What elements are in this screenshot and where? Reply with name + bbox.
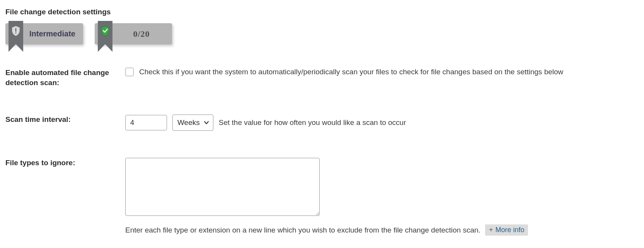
scan-interval-unit-value: Weeks bbox=[177, 118, 200, 127]
more-info-label: More info bbox=[495, 226, 524, 234]
plus-icon: + bbox=[489, 226, 493, 234]
svg-rect-1 bbox=[15, 32, 16, 34]
label-scan-interval: Scan time interval: bbox=[5, 115, 125, 158]
enable-scan-description: Check this if you want the system to aut… bbox=[139, 68, 563, 76]
badge-row: Intermediate 0/20 bbox=[5, 23, 639, 44]
ignore-types-textarea[interactable] bbox=[125, 158, 320, 216]
scan-interval-unit-select[interactable]: Weeks bbox=[172, 115, 213, 131]
row-enable-scan: Enable automated file change detection s… bbox=[5, 68, 639, 115]
more-info-button[interactable]: + More info bbox=[485, 224, 528, 236]
row-ignore-types: File types to ignore: Enter each file ty… bbox=[5, 158, 639, 239]
page-title: File change detection settings bbox=[5, 8, 639, 16]
row-scan-interval: Scan time interval: Weeks Set the value … bbox=[5, 115, 639, 158]
enable-scan-checkbox[interactable] bbox=[125, 68, 134, 76]
shield-alert-icon bbox=[11, 26, 20, 36]
level-badge: Intermediate bbox=[5, 23, 83, 44]
progress-badge: 0/20 bbox=[95, 23, 172, 44]
scan-interval-description: Set the value for how often you would li… bbox=[219, 118, 406, 127]
level-badge-label: Intermediate bbox=[29, 29, 75, 38]
chevron-down-icon bbox=[204, 120, 209, 125]
label-ignore-types: File types to ignore: bbox=[5, 158, 125, 239]
ignore-types-note: Enter each file type or extension on a n… bbox=[125, 226, 480, 234]
label-enable-scan: Enable automated file change detection s… bbox=[5, 68, 125, 115]
progress-badge-label: 0/20 bbox=[133, 29, 150, 39]
svg-rect-0 bbox=[15, 28, 16, 32]
shield-check-icon bbox=[101, 26, 110, 36]
settings-table: Enable automated file change detection s… bbox=[5, 68, 639, 239]
scan-interval-input[interactable] bbox=[125, 115, 167, 130]
